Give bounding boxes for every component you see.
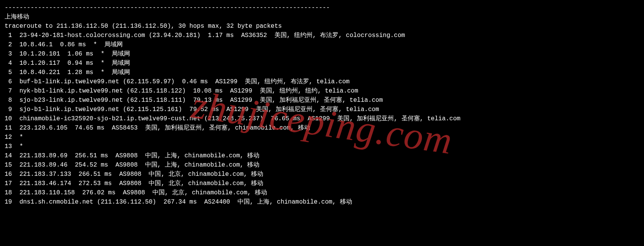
hop-number: 5 [5,68,12,77]
hop-line: 11 223.120.6.105 74.65 ms AS58453 美国, 加利… [5,123,639,133]
hop-line: 12 * [5,133,639,142]
hop-text: 221.183.46.174 272.53 ms AS9808 中国, 北京, … [12,180,263,187]
hop-number: 1 [5,31,12,40]
hop-number: 12 [5,133,12,142]
hop-text: 221.183.89.69 256.51 ms AS9808 中国, 上海, c… [12,152,259,159]
hop-line: 6 buf-b1-link.ip.twelve99.net (62.115.59… [5,77,639,86]
hop-text: 10.1.20.117 0.94 ms * 局域网 [12,60,130,67]
hop-number: 7 [5,86,12,96]
hop-text: 221.183.89.46 254.52 ms AS9808 中国, 上海, c… [12,162,259,168]
traceroute-command: traceroute to 211.136.112.50 (211.136.11… [5,22,639,31]
hop-line: 18 221.183.110.158 276.02 ms AS9808 中国, … [5,188,639,197]
hop-line: 4 10.1.20.117 0.94 ms * 局域网 [5,59,639,68]
hop-text: nyk-bb1-link.ip.twelve99.net (62.115.118… [12,88,358,94]
hop-number: 14 [5,151,12,160]
hop-line: 16 221.183.37.133 266.51 ms AS9808 中国, 北… [5,170,639,179]
divider-line: ----------------------------------------… [5,3,639,12]
hop-line: 1 23-94-20-181-host.colocrossing.com (23… [5,31,639,40]
hop-line: 15 221.183.89.46 254.52 ms AS9808 中国, 上海… [5,160,639,170]
hop-line: 14 221.183.89.69 256.51 ms AS9808 中国, 上海… [5,151,639,160]
hop-line: 8 sjo-b23-link.ip.twelve99.net (62.115.1… [5,96,639,105]
hop-number: 6 [5,77,12,86]
hop-text: 223.120.6.105 74.65 ms AS58453 美国, 加利福尼亚… [12,125,310,131]
hop-number: 10 [5,114,12,123]
hop-line: 13 * [5,142,639,151]
hop-number: 3 [5,49,12,59]
hop-text: * [12,134,23,141]
hop-text: 221.183.37.133 266.51 ms AS9808 中国, 北京, … [12,171,263,178]
hop-line: 9 sjo-b1-link.ip.twelve99.net (62.115.12… [5,105,639,114]
hop-line: 7 nyk-bb1-link.ip.twelve99.net (62.115.1… [5,86,639,96]
hop-text: sjo-b1-link.ip.twelve99.net (62.115.125.… [12,106,379,113]
hop-number: 8 [5,96,12,105]
hop-line: 3 10.1.20.101 1.06 ms * 局域网 [5,49,639,59]
hop-number: 17 [5,179,12,188]
trace-title: 上海移动 [5,12,639,22]
hop-number: 18 [5,188,12,197]
hop-text: * [12,143,23,150]
hop-list: 1 23-94-20-181-host.colocrossing.com (23… [5,31,639,207]
hop-line: 2 10.8.46.1 0.86 ms * 局域网 [5,40,639,49]
hop-number: 4 [5,59,12,68]
hop-text: dns1.sh.cnmobile.net (211.136.112.50) 26… [12,199,352,206]
terminal-output: ----------------------------------------… [5,3,639,207]
hop-number: 2 [5,40,12,49]
hop-line: 17 221.183.46.174 272.53 ms AS9808 中国, 北… [5,179,639,188]
hop-number: 15 [5,160,12,170]
hop-line: 10 chinamobile-ic325920-sjo-b21.ip.twelv… [5,114,639,123]
hop-number: 13 [5,142,12,151]
hop-text: chinamobile-ic325920-sjo-b21.ip.twelve99… [12,115,460,122]
hop-text: 10.8.46.1 0.86 ms * 局域网 [12,41,123,48]
hop-number: 9 [5,105,12,114]
hop-text: buf-b1-link.ip.twelve99.net (62.115.59.9… [12,78,350,85]
hop-number: 11 [5,123,12,133]
hop-text: 23-94-20-181-host.colocrossing.com (23.9… [12,32,405,39]
hop-line: 5 10.8.40.221 1.28 ms * 局域网 [5,68,639,77]
hop-line: 19 dns1.sh.cnmobile.net (211.136.112.50)… [5,197,639,207]
hop-text: 10.8.40.221 1.28 ms * 局域网 [12,69,130,76]
hop-number: 16 [5,170,12,179]
hop-text: 10.1.20.101 1.06 ms * 局域网 [12,51,130,57]
hop-number: 19 [5,197,12,207]
hop-text: 221.183.110.158 276.02 ms AS9808 中国, 北京,… [12,189,267,196]
hop-text: sjo-b23-link.ip.twelve99.net (62.115.118… [12,97,383,104]
